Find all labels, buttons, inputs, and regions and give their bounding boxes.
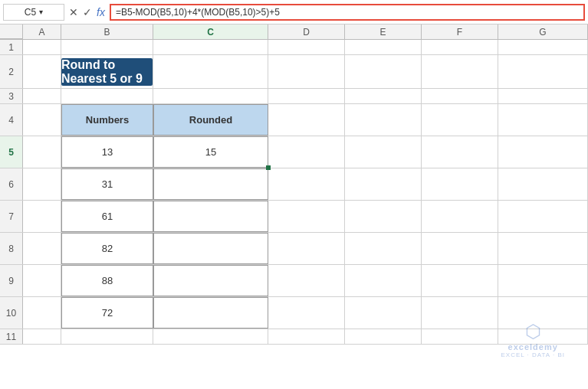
col-header-a[interactable]: A bbox=[23, 25, 61, 39]
cell-b5[interactable]: 13 bbox=[61, 136, 153, 168]
function-icon[interactable]: fx bbox=[97, 6, 105, 18]
row-header-10[interactable]: 10 bbox=[0, 297, 23, 329]
col-header-b[interactable]: B bbox=[61, 25, 153, 39]
cell-a1[interactable] bbox=[23, 40, 61, 54]
row-header-8[interactable]: 8 bbox=[0, 233, 23, 264]
col-header-d[interactable]: D bbox=[268, 25, 345, 39]
cell-d4[interactable] bbox=[268, 104, 345, 136]
cell-a5[interactable] bbox=[23, 136, 61, 168]
cell-d3[interactable] bbox=[268, 89, 345, 103]
cell-g8[interactable] bbox=[498, 233, 588, 264]
cell-f2[interactable] bbox=[422, 55, 498, 88]
col-header-g[interactable]: G bbox=[498, 25, 588, 39]
cell-g2[interactable] bbox=[498, 55, 588, 88]
row-header-11[interactable]: 11 bbox=[0, 329, 23, 344]
cell-d10[interactable] bbox=[268, 297, 345, 329]
cell-e11[interactable] bbox=[345, 329, 422, 344]
cell-g1[interactable] bbox=[498, 40, 588, 54]
cell-g5[interactable] bbox=[498, 136, 588, 168]
cell-a9[interactable] bbox=[23, 265, 61, 296]
cell-d7[interactable] bbox=[268, 201, 345, 232]
cell-b9[interactable]: 88 bbox=[61, 265, 153, 296]
col-header-c[interactable]: C bbox=[153, 25, 268, 39]
row-header-3[interactable]: 3 bbox=[0, 89, 23, 103]
cell-b7[interactable]: 61 bbox=[61, 201, 153, 232]
cell-d9[interactable] bbox=[268, 265, 345, 296]
cell-e1[interactable] bbox=[345, 40, 422, 54]
cell-f6[interactable] bbox=[422, 168, 498, 200]
row-header-4[interactable]: 4 bbox=[0, 104, 23, 136]
cell-e4[interactable] bbox=[345, 104, 422, 136]
row-header-1[interactable]: 1 bbox=[0, 40, 23, 54]
cell-e5[interactable] bbox=[345, 136, 422, 168]
cell-g4[interactable] bbox=[498, 104, 588, 136]
cell-reference-box[interactable]: C5 ▾ bbox=[3, 4, 64, 21]
cell-d2[interactable] bbox=[268, 55, 345, 88]
cell-b11[interactable] bbox=[61, 329, 153, 344]
cell-f10[interactable] bbox=[422, 297, 498, 329]
cell-g3[interactable] bbox=[498, 89, 588, 103]
cell-d8[interactable] bbox=[268, 233, 345, 264]
cell-e3[interactable] bbox=[345, 89, 422, 103]
cell-f4[interactable] bbox=[422, 104, 498, 136]
cell-d11[interactable] bbox=[268, 329, 345, 344]
cell-e8[interactable] bbox=[345, 233, 422, 264]
cell-e2[interactable] bbox=[345, 55, 422, 88]
cell-e9[interactable] bbox=[345, 265, 422, 296]
cell-g6[interactable] bbox=[498, 168, 588, 200]
col-header-e[interactable]: E bbox=[345, 25, 422, 39]
cell-f5[interactable] bbox=[422, 136, 498, 168]
cell-b6[interactable]: 31 bbox=[61, 168, 153, 200]
cell-c5[interactable]: 15 bbox=[153, 136, 268, 168]
cell-a4[interactable] bbox=[23, 104, 61, 136]
cell-c8[interactable] bbox=[153, 233, 268, 264]
cell-c1[interactable] bbox=[153, 40, 268, 54]
cell-d6[interactable] bbox=[268, 168, 345, 200]
cell-f3[interactable] bbox=[422, 89, 498, 103]
cell-b4-header[interactable]: Numbers bbox=[61, 104, 153, 136]
cell-c4-header[interactable]: Rounded bbox=[153, 104, 268, 136]
row-header-9[interactable]: 9 bbox=[0, 265, 23, 296]
cell-a8[interactable] bbox=[23, 233, 61, 264]
cell-a3[interactable] bbox=[23, 89, 61, 103]
dropdown-arrow-icon[interactable]: ▾ bbox=[39, 8, 43, 16]
cell-d5[interactable] bbox=[268, 136, 345, 168]
column-headers: A B C D E F G bbox=[0, 25, 588, 40]
row-header-6[interactable]: 6 bbox=[0, 168, 23, 200]
cell-b3[interactable] bbox=[61, 89, 153, 103]
cell-b2[interactable]: Round to Nearest 5 or 9 bbox=[61, 55, 153, 88]
cell-g9[interactable] bbox=[498, 265, 588, 296]
cell-c2[interactable] bbox=[153, 55, 268, 88]
cell-c6[interactable] bbox=[153, 168, 268, 200]
cell-e6[interactable] bbox=[345, 168, 422, 200]
cell-f9[interactable] bbox=[422, 265, 498, 296]
cell-d1[interactable] bbox=[268, 40, 345, 54]
cell-b8[interactable]: 82 bbox=[61, 233, 153, 264]
row-header-5[interactable]: 5 bbox=[0, 136, 23, 168]
cell-f11[interactable] bbox=[422, 329, 498, 344]
cell-a2[interactable] bbox=[23, 55, 61, 88]
cell-c9[interactable] bbox=[153, 265, 268, 296]
col-header-f[interactable]: F bbox=[422, 25, 498, 39]
cell-c3[interactable] bbox=[153, 89, 268, 103]
cell-f8[interactable] bbox=[422, 233, 498, 264]
cancel-icon[interactable]: ✕ bbox=[69, 6, 78, 18]
cell-c10[interactable] bbox=[153, 297, 268, 329]
row-header-7[interactable]: 7 bbox=[0, 201, 23, 232]
cell-g7[interactable] bbox=[498, 201, 588, 232]
cell-e7[interactable] bbox=[345, 201, 422, 232]
cell-b1[interactable] bbox=[61, 40, 153, 54]
formula-input[interactable]: =B5-MOD(B5,10)+4*(MOD(B5,10)>5)+5 bbox=[110, 4, 585, 21]
cell-f7[interactable] bbox=[422, 201, 498, 232]
cell-b10[interactable]: 72 bbox=[61, 297, 153, 329]
cell-f1[interactable] bbox=[422, 40, 498, 54]
confirm-icon[interactable]: ✓ bbox=[83, 6, 92, 18]
cell-c7[interactable] bbox=[153, 201, 268, 232]
cell-c11[interactable] bbox=[153, 329, 268, 344]
cell-a11[interactable] bbox=[23, 329, 61, 344]
cell-a7[interactable] bbox=[23, 201, 61, 232]
cell-a10[interactable] bbox=[23, 297, 61, 329]
cell-e10[interactable] bbox=[345, 297, 422, 329]
cell-a6[interactable] bbox=[23, 168, 61, 200]
row-header-2[interactable]: 2 bbox=[0, 55, 23, 88]
